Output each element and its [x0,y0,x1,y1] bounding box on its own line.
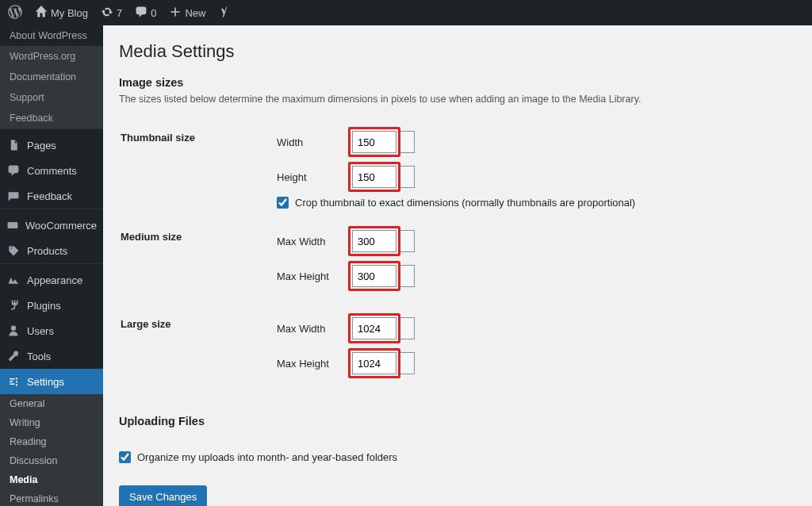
admin-sidebar: About WordPress WordPress.org Documentat… [0,25,103,506]
new-content-link[interactable]: New [163,0,212,25]
appearance-icon [6,273,21,287]
sidebar-item-users[interactable]: Users [0,318,103,343]
image-sizes-heading: Image sizes [119,76,796,89]
medium-height-input[interactable] [352,265,396,287]
sidebar-item-appearance[interactable]: Appearance [0,267,103,293]
settings-icon [6,374,21,389]
tools-icon [6,349,21,363]
sidebar-item-plugins[interactable]: Plugins [0,293,103,318]
sidebar-item-settings[interactable]: Settings [0,369,103,394]
feedback-link[interactable]: Feedback [0,108,103,128]
large-height-input[interactable] [352,352,396,374]
wp-logo-menu[interactable] [2,0,29,25]
yoast-icon [218,6,231,21]
woo-icon [6,218,19,232]
products-icon [6,243,21,258]
number-spinner[interactable] [400,317,415,339]
sidebar-item-tools[interactable]: Tools [0,343,103,369]
users-icon [6,324,21,338]
highlight-box [348,226,400,256]
site-home-link[interactable]: My Blog [29,0,94,25]
sidebar-item-pages[interactable]: Pages [0,132,103,158]
settings-sub-general[interactable]: General [0,394,103,413]
about-wordpress-link[interactable]: About WordPress [0,25,103,46]
height-label: Height [277,171,348,183]
documentation-link[interactable]: Documentation [0,67,103,87]
large-width-input[interactable] [352,317,396,339]
number-spinner[interactable] [400,352,415,374]
updates-count: 7 [117,7,122,19]
settings-sub-reading[interactable]: Reading [0,432,103,451]
crop-thumbnail-label: Crop thumbnail to exact dimensions (norm… [295,197,635,209]
organize-uploads-label: Organize my uploads into month- and year… [137,451,397,463]
support-link[interactable]: Support [0,87,103,108]
width-label: Width [277,136,348,148]
comments-link[interactable]: 0 [128,0,163,25]
comments-count: 0 [151,7,156,19]
updates-link[interactable]: 7 [94,0,128,25]
number-spinner[interactable] [400,166,415,188]
thumbnail-size-label: Thumbnail size [121,119,267,217]
highlight-box [348,127,400,157]
highlight-box [348,313,400,343]
max-height-label: Max Height [277,270,348,282]
new-label: New [185,7,205,19]
number-spinner[interactable] [400,131,415,153]
max-width-label: Max Width [277,236,348,247]
settings-sub-media[interactable]: Media [0,470,103,489]
svg-rect-0 [8,222,18,228]
update-icon [101,6,113,21]
max-width-label: Max Width [277,323,348,335]
highlight-box [348,162,400,192]
save-changes-button[interactable]: Save Changes [119,485,207,506]
page-icon [6,138,21,152]
uploading-files-heading: Uploading Files [119,415,796,427]
admin-topbar: My Blog 7 0 New [0,0,812,25]
plus-icon [169,6,182,21]
thumbnail-width-input[interactable] [352,131,396,153]
large-size-label: Large size [121,305,267,391]
sidebar-item-products[interactable]: Products [0,238,103,263]
settings-sub-discussion[interactable]: Discussion [0,451,103,470]
settings-sub-writing[interactable]: Writing [0,413,103,432]
highlight-box [348,348,400,378]
max-height-label: Max Height [277,358,348,370]
feedback-icon [6,189,21,203]
sidebar-item-comments[interactable]: Comments [0,158,103,183]
crop-thumbnail-checkbox[interactable] [277,197,289,209]
plugin-icon [6,298,21,312]
wp-org-link[interactable]: WordPress.org [0,46,103,67]
yoast-link[interactable] [212,0,237,25]
image-sizes-description: The sizes listed below determine the max… [119,94,796,105]
thumbnail-height-input[interactable] [352,166,396,188]
settings-sub-permalinks[interactable]: Permalinks [0,489,103,506]
page-title: Media Settings [119,41,796,62]
number-spinner[interactable] [400,230,415,252]
medium-size-label: Medium size [121,218,267,304]
site-name: My Blog [51,7,88,19]
main-content: Media Settings Image sizes The sizes lis… [103,25,812,506]
comment-icon [6,163,21,178]
wordpress-icon [8,5,22,21]
organize-uploads-checkbox[interactable] [119,451,131,463]
highlight-box [348,261,400,291]
sidebar-item-woocommerce[interactable]: WooCommerce [0,213,103,238]
sidebar-item-feedback[interactable]: Feedback [0,183,103,209]
medium-width-input[interactable] [352,230,396,252]
number-spinner[interactable] [400,265,415,287]
home-icon [35,6,48,21]
comment-icon [135,6,147,21]
